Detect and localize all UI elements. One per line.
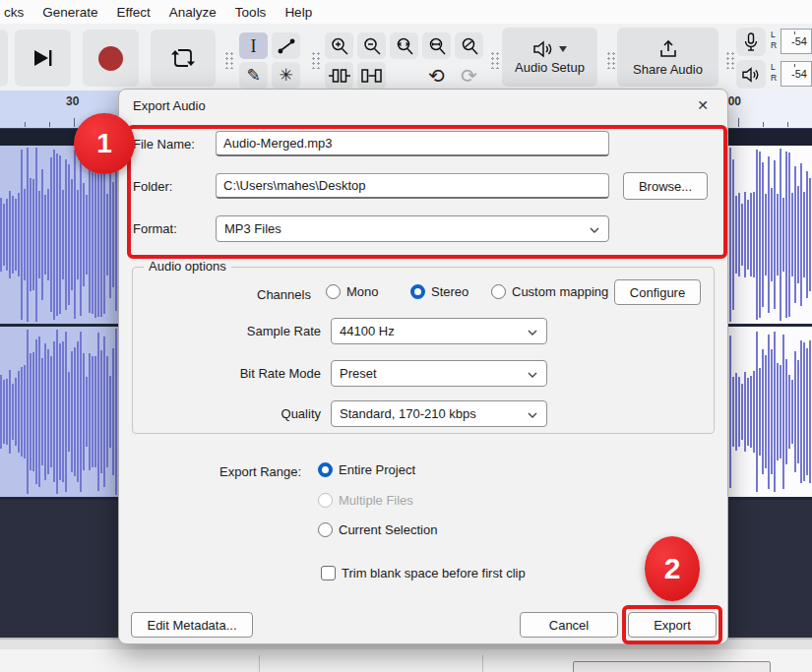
- fit-selection-button[interactable]: [390, 32, 418, 59]
- radio-entire-project[interactable]: Entire Project: [318, 462, 415, 477]
- record-icon: [98, 46, 123, 71]
- radio-icon: [491, 284, 506, 299]
- ibeam-icon: I: [251, 37, 257, 55]
- audacity-window: cks Generate Effect Analyze Tools Help I: [0, 0, 812, 672]
- share-audio-grip[interactable]: [725, 51, 734, 69]
- folder-input[interactable]: [216, 173, 609, 199]
- zoom-out-button[interactable]: [357, 32, 386, 59]
- menu-bar: cks Generate Effect Analyze Tools Help: [0, 0, 812, 24]
- audio-setup-label: Audio Setup: [515, 60, 585, 75]
- loop-icon: [170, 45, 196, 71]
- share-audio-button[interactable]: Share Audio: [617, 28, 718, 87]
- redo-button[interactable]: ⟳: [455, 62, 483, 89]
- menu-item-analyze[interactable]: Analyze: [167, 3, 219, 22]
- channels-label: Channels: [257, 287, 311, 302]
- zoom-toggle-button[interactable]: [455, 32, 483, 59]
- audio-setup-button[interactable]: Audio Setup: [502, 28, 597, 87]
- selection-tool-button[interactable]: I: [239, 32, 268, 59]
- format-select[interactable]: MP3 Files: [216, 215, 609, 242]
- menu-item-generate[interactable]: Generate: [40, 3, 99, 22]
- record-button[interactable]: [83, 30, 139, 87]
- zoom-in-button[interactable]: [325, 32, 353, 59]
- menu-item-tracks[interactable]: cks: [2, 3, 26, 22]
- meter-tick: [794, 31, 795, 34]
- share-audio-label: Share Audio: [633, 62, 703, 77]
- transport-toolbar-grip[interactable]: [224, 51, 233, 69]
- browse-button[interactable]: Browse...: [623, 172, 708, 200]
- file-name-input[interactable]: [216, 131, 609, 156]
- fit-selection-icon: [395, 36, 414, 56]
- draw-tool-button[interactable]: ✎: [239, 62, 268, 89]
- edit-toolbar-grip[interactable]: [490, 51, 499, 69]
- record-meter-lr: LR: [771, 30, 777, 52]
- radio-stereo[interactable]: Stereo: [410, 284, 468, 299]
- record-meter-db: -54: [791, 35, 807, 47]
- record-meter[interactable]: -54: [781, 29, 812, 54]
- multi-tool-button[interactable]: ✳: [272, 62, 300, 89]
- trim-blank-space-checkbox[interactable]: Trim blank space before first clip: [321, 566, 526, 580]
- play-meter-db: -54: [791, 68, 807, 80]
- radio-icon: [326, 284, 341, 299]
- format-label: Format:: [133, 221, 177, 236]
- menu-item-help[interactable]: Help: [282, 3, 314, 22]
- tools-toolbar-grip[interactable]: [311, 51, 320, 69]
- radio-icon: [318, 522, 333, 537]
- record-meter-button[interactable]: [736, 28, 766, 56]
- fit-project-icon: [427, 36, 447, 56]
- fit-project-button[interactable]: [422, 32, 451, 59]
- audio-setup-grip[interactable]: [606, 51, 615, 69]
- chevron-down-icon: [527, 371, 538, 379]
- play-button[interactable]: [0, 30, 8, 87]
- checkbox-icon: [321, 566, 336, 580]
- annotation-step-1-badge: 1: [74, 113, 135, 174]
- annotation-step-2-badge: 2: [645, 536, 700, 601]
- configure-button[interactable]: Configure: [614, 279, 701, 305]
- multi-tool-icon: ✳: [279, 67, 292, 84]
- play-meter-button[interactable]: [736, 60, 766, 89]
- edit-metadata-button[interactable]: Edit Metadata...: [131, 612, 253, 638]
- dialog-title: Export Audio: [133, 98, 206, 113]
- radio-mono[interactable]: Mono: [326, 284, 379, 299]
- radio-disabled-icon: [318, 493, 333, 508]
- loop-button[interactable]: [151, 30, 216, 87]
- undo-button[interactable]: ⟲: [422, 62, 451, 89]
- meter-tick: [794, 64, 795, 67]
- time-display[interactable]: [573, 661, 771, 672]
- envelope-icon: [277, 37, 296, 55]
- play-to-end-icon: [31, 48, 55, 68]
- audio-options-legend: Audio options: [144, 259, 231, 274]
- zoom-out-icon: [362, 36, 382, 56]
- zoom-in-icon: [330, 36, 349, 56]
- pencil-icon: ✎: [246, 67, 260, 84]
- radio-selected-icon: [318, 462, 333, 477]
- chevron-down-icon: [527, 411, 538, 419]
- menu-item-tools[interactable]: Tools: [233, 3, 269, 22]
- play-to-end-button[interactable]: [15, 30, 71, 87]
- cancel-button[interactable]: Cancel: [520, 612, 618, 638]
- export-audio-dialog: Export Audio ✕ File Name: Folder: Browse…: [118, 89, 728, 644]
- radio-multiple-files: Multiple Files: [318, 493, 413, 508]
- dropdown-arrow-icon: [559, 46, 567, 52]
- menu-item-effect[interactable]: Effect: [115, 3, 153, 22]
- play-meter[interactable]: -54: [781, 61, 812, 87]
- sample-rate-select[interactable]: 44100 Hz: [331, 318, 547, 344]
- share-upload-icon: [657, 38, 679, 60]
- trim-audio-button[interactable]: [325, 62, 353, 89]
- bit-rate-mode-select[interactable]: Preset: [331, 360, 547, 387]
- sample-rate-label: Sample Rate: [119, 324, 321, 338]
- play-meter-lr: LR: [771, 62, 777, 85]
- timeline-label: 30: [66, 94, 79, 108]
- radio-current-selection[interactable]: Current Selection: [318, 522, 437, 537]
- file-name-label: File Name:: [133, 137, 195, 152]
- silence-audio-button[interactable]: [357, 62, 386, 89]
- microphone-icon: [744, 32, 758, 52]
- close-icon[interactable]: ✕: [690, 94, 716, 116]
- chevron-down-icon: [527, 329, 538, 336]
- export-range-label: Export Range:: [219, 464, 301, 479]
- envelope-tool-button[interactable]: [272, 32, 300, 59]
- radio-custom-mapping[interactable]: Custom mapping: [491, 284, 608, 299]
- toolbar-divider: [259, 655, 260, 672]
- export-button[interactable]: Export: [628, 612, 717, 638]
- quality-select[interactable]: Standard, 170-210 kbps: [331, 400, 547, 427]
- toolbar-divider: [482, 655, 483, 672]
